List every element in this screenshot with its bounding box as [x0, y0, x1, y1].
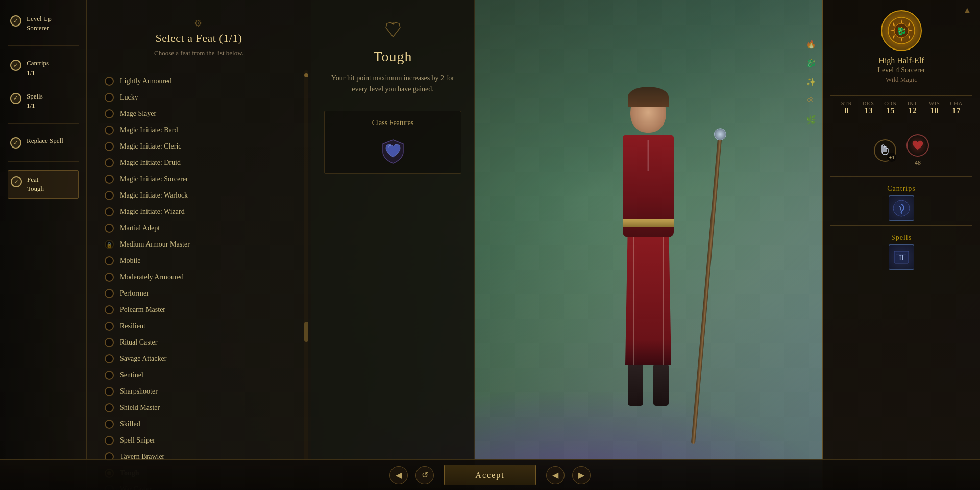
forward-arrow-button[interactable]: ◀ — [546, 466, 565, 484]
feat-radio-performer — [105, 289, 114, 298]
feat-list-header: — ⚙ — Select a Feat (1/1) Choose a feat … — [87, 0, 311, 65]
feat-row-martial-adept[interactable]: Martial Adept — [100, 220, 303, 236]
hp-circle — [906, 134, 929, 157]
char-race-name: High Half-Elf — [878, 56, 924, 65]
step-divider-3 — [8, 161, 79, 162]
stat-wis: WIS 10 — [925, 100, 943, 115]
feat-radio-mage-slayer — [105, 109, 114, 118]
feat-radio-magic-cleric — [105, 142, 114, 151]
race-icon-button[interactable]: 🔥 — [803, 36, 819, 52]
step-level-up-sorcerer[interactable]: ✓ Level UpSorcerer — [8, 10, 79, 37]
stat-str: STR 8 — [838, 100, 855, 115]
stats-divider-4 — [830, 225, 972, 226]
step-label-replace: Replace Spell — [27, 136, 63, 145]
side-icons-panel: 🔥 🐉 ✨ 👁 🌿 — [800, 31, 822, 133]
feat-row-lucky[interactable]: Lucky — [100, 89, 303, 106]
feat-row-shield-master[interactable]: Shield Master — [100, 400, 303, 416]
step-divider-1 — [8, 45, 79, 46]
feat-radio-polearm-master — [105, 305, 114, 314]
background-icon-button[interactable]: ✨ — [803, 74, 819, 90]
feat-row-magic-bard[interactable]: Magic Initiate: Bard — [100, 122, 303, 138]
feat-row-moderately-armoured[interactable]: Moderately Armoured — [100, 269, 303, 285]
class-icon-button[interactable]: 🐉 — [803, 55, 819, 71]
feat-row-savage-attacker[interactable]: Savage Attacker — [100, 351, 303, 367]
class-emblem: 🐉 — [878, 8, 924, 54]
spell-icon[interactable]: II — [889, 244, 914, 270]
detail-feat-icon — [383, 20, 403, 41]
header-ornament-top: — ⚙ — — [102, 18, 296, 29]
feat-row-magic-sorcerer[interactable]: Magic Initiate: Sorcerer — [100, 171, 303, 187]
next-button[interactable]: ▶ — [572, 466, 591, 484]
character-area — [475, 0, 822, 490]
feat-list-panel: — ⚙ — Select a Feat (1/1) Choose a feat … — [87, 0, 311, 490]
feat-radio-lightly-armoured — [105, 77, 114, 86]
step-feat-tough[interactable]: ✓ FeatTough — [8, 170, 79, 198]
step-check-cantrips: ✓ — [10, 60, 21, 71]
feat-list-title: Select a Feat (1/1) — [102, 32, 296, 45]
stat-dex: DEX 13 — [860, 100, 877, 115]
feat-row-mage-slayer[interactable]: Mage Slayer — [100, 106, 303, 122]
step-replace-spell[interactable]: ✓ Replace Spell — [8, 132, 79, 153]
feat-radio-magic-bard — [105, 126, 114, 135]
step-check-feat: ✓ — [11, 176, 22, 187]
feat-row-performer[interactable]: Performer — [100, 285, 303, 302]
feat-radio-magic-warlock — [105, 191, 114, 200]
feat-row-sharpshooter[interactable]: Sharpshooter — [100, 383, 303, 400]
feat-row-spell-sniper[interactable]: Spell Sniper — [100, 432, 303, 449]
feat-scroll-area[interactable]: Lightly Armoured Lucky Mage Slayer Magic… — [87, 65, 311, 490]
cantrip-icon[interactable] — [889, 195, 914, 221]
step-check-level-up: ✓ — [10, 15, 21, 27]
svg-text:II: II — [899, 254, 904, 262]
abilities-icon-button[interactable]: 👁 — [803, 92, 819, 109]
scroll-thumb[interactable] — [304, 322, 308, 342]
emblem-circle: 🐉 — [881, 10, 922, 51]
feat-row-sentinel[interactable]: Sentinel — [100, 367, 303, 383]
svg-point-4 — [893, 200, 910, 216]
bottom-nav-right: ◀ ▶ — [546, 466, 591, 484]
proficiency-item: +1 — [874, 139, 896, 162]
feat-row-magic-warlock[interactable]: Magic Initiate: Warlock — [100, 187, 303, 204]
scroll-track[interactable] — [304, 70, 308, 489]
stat-con: CON 15 — [881, 100, 899, 115]
step-check-spells: ✓ — [10, 93, 21, 104]
stat-cha: CHA 17 — [947, 100, 965, 115]
svg-text:🐉: 🐉 — [896, 26, 906, 36]
feat-radio-medium-armour: 🔒 — [105, 240, 114, 249]
feat-radio-sentinel — [105, 371, 114, 380]
detail-panel: Tough Your hit point maximum increases b… — [311, 0, 475, 490]
feat-radio-martial-adept — [105, 224, 114, 233]
character-robe — [625, 237, 671, 365]
feat-radio-sharpshooter — [105, 387, 114, 396]
feat-radio-ritual-caster — [105, 338, 114, 347]
feat-row-magic-wizard[interactable]: Magic Initiate: Wizard — [100, 204, 303, 220]
feat-row-lightly-armoured[interactable]: Lightly Armoured — [100, 73, 303, 89]
stat-row: STR 8 DEX 13 CON 15 INT 12 WIS 10 CHA 17 — [830, 100, 972, 115]
stats-close-button[interactable]: ▲ — [960, 3, 975, 18]
detail-description: Your hit point maximum increases by 2 fo… — [324, 72, 461, 95]
class-features-title: Class Features — [332, 119, 453, 127]
reload-button[interactable]: ↺ — [415, 466, 434, 484]
svg-point-0 — [392, 22, 394, 24]
character-head — [630, 92, 666, 133]
feat-row-magic-cleric[interactable]: Magic Initiate: Cleric — [100, 138, 303, 155]
feat-row-skilled[interactable]: Skilled — [100, 416, 303, 432]
feat-row-medium-armour[interactable]: 🔒 Medium Armour Master — [100, 236, 303, 253]
back-arrow-button[interactable]: ◀ — [389, 466, 408, 484]
step-spells[interactable]: ✓ Spells1/1 — [8, 88, 79, 114]
skills-icon-button[interactable]: 🌿 — [803, 111, 819, 128]
class-features-icon — [378, 135, 408, 165]
step-cantrips[interactable]: ✓ Cantrips1/1 — [8, 55, 79, 81]
proficiency-circle: +1 — [874, 139, 896, 162]
feat-row-resilient[interactable]: Resilient — [100, 318, 303, 334]
feat-row-mobile[interactable]: Mobile — [100, 253, 303, 269]
feat-radio-magic-sorcerer — [105, 175, 114, 184]
feat-radio-resilient — [105, 322, 114, 331]
step-label-cantrips: Cantrips1/1 — [27, 59, 49, 77]
feat-row-polearm-master[interactable]: Polearm Master — [100, 302, 303, 318]
stats-panel: ▲ 🐉 High Half-Elf Level 4 Sorce — [822, 0, 980, 490]
accept-button[interactable]: Accept — [444, 465, 535, 485]
feat-radio-magic-wizard — [105, 207, 114, 216]
feat-row-ritual-caster[interactable]: Ritual Caster — [100, 334, 303, 351]
feat-row-magic-druid[interactable]: Magic Initiate: Druid — [100, 155, 303, 171]
spells-section-label: Spells — [830, 234, 972, 242]
